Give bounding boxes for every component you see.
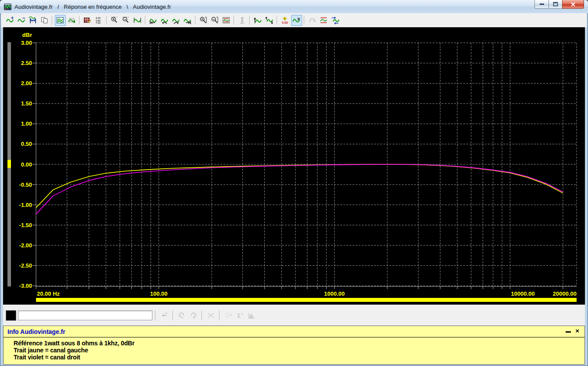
y-tick-label: -3.00 [19, 283, 32, 289]
y-tick-label: 2.50 [21, 60, 32, 66]
separator [79, 16, 80, 25]
zoom-out-y-icon[interactable]: − [209, 15, 220, 26]
separator [304, 16, 305, 25]
protect-icon[interactable] [237, 15, 248, 26]
y-axis-label: dBr [22, 32, 32, 38]
svg-text:−: − [124, 17, 126, 22]
copy-icon[interactable] [39, 15, 50, 26]
separator [145, 16, 146, 25]
x-tick-label: 20.00 Hz [37, 290, 60, 297]
separator [195, 16, 196, 25]
y-tick-label: -1.00 [19, 202, 32, 208]
traces-grid-icon[interactable] [66, 15, 77, 26]
y-tick-label: 0.50 [21, 141, 32, 147]
level-meter-marker [7, 160, 11, 168]
add-trace-icon[interactable]: + [5, 15, 16, 26]
svg-text:−: − [22, 16, 25, 21]
bottom-toolbar-icons: ××Σ× [159, 310, 257, 321]
window-title: Audiovintage.fr/Réponse en fréquence\Aud… [14, 3, 176, 11]
title-segment: Audiovintage.fr [133, 4, 171, 10]
info-line: Référence 1watt sous 8 ohms à 1khz, 0dBr [14, 340, 584, 347]
frequency-response-chart[interactable]: 3.002.502.001.501.000.500.00-0.50-1.00-1… [3, 27, 585, 304]
info-panel-body: Référence 1watt sous 8 ohms à 1khz, 0dBr… [4, 337, 584, 361]
bottom-toolbar: ××Σ× [3, 304, 585, 326]
histogram-icon[interactable] [246, 310, 257, 321]
y-tick-label: 2.00 [21, 80, 32, 87]
zoom-in-y-icon[interactable]: + [198, 15, 209, 26]
redo-icon[interactable] [307, 15, 318, 26]
pan-first-icon[interactable] [148, 15, 159, 26]
cursor-apply-icon[interactable] [159, 310, 170, 321]
y-tick-label: -2.50 [19, 262, 32, 269]
info-panel-title: Info Audiovintage.fr [4, 326, 584, 337]
info-minimize-icon[interactable] [566, 331, 571, 333]
fit-trace-icon[interactable] [221, 15, 232, 26]
y-tick-label: -1.50 [19, 222, 32, 228]
curve-left-channel [36, 164, 563, 208]
offset-zero-icon[interactable]: 0.00 [280, 15, 291, 26]
wave-updown-icon[interactable] [264, 15, 275, 26]
app-window: Audiovintage.fr/Réponse en fréquence\Aud… [0, 0, 588, 366]
svg-text:7.00: 7.00 [96, 22, 101, 24]
info-close-icon[interactable]: × [575, 328, 579, 333]
edit-table-icon[interactable] [82, 15, 93, 26]
svg-text:Σ: Σ [237, 312, 241, 319]
sweep-progress-bar [36, 298, 577, 302]
pan-last-icon[interactable] [182, 15, 193, 26]
separator [173, 311, 173, 320]
loop-left-icon[interactable]: × [177, 310, 188, 321]
close-button[interactable] [562, 0, 584, 9]
svg-text:×: × [181, 316, 184, 320]
main-toolbar: +−3.255.607.00+−+−0.00 [1, 13, 587, 28]
separator [249, 16, 250, 25]
comment-input[interactable] [18, 311, 152, 320]
loop-right-icon[interactable]: × [188, 310, 199, 321]
info-panel-controls: × [566, 328, 579, 333]
title-segment: \ [126, 4, 128, 10]
svg-text:−: − [213, 17, 215, 22]
color-swatch[interactable] [6, 310, 16, 321]
y-tick-label: -2.00 [19, 242, 32, 249]
svg-text:×: × [193, 316, 195, 320]
pan-right-icon[interactable] [171, 15, 182, 26]
svg-text:+: + [11, 16, 14, 21]
separator [202, 311, 202, 320]
svg-text:+: + [201, 17, 203, 22]
remove-trace-icon[interactable]: − [16, 15, 27, 26]
titlebar[interactable]: Audiovintage.fr/Réponse en fréquence\Aud… [0, 0, 588, 13]
sigma-icon[interactable]: Σ× [234, 310, 245, 321]
wave-up-icon[interactable] [253, 15, 263, 26]
info-line: Trait violet = canal droit [14, 354, 584, 361]
separator [155, 311, 156, 320]
maximize-button[interactable] [548, 0, 563, 9]
svg-text:+: + [112, 17, 115, 22]
y-tick-label: 3.00 [21, 40, 32, 46]
shift-trace-icon[interactable] [330, 15, 341, 26]
plot-panel[interactable]: 3.002.502.001.501.000.500.00-0.50-1.00-1… [3, 27, 585, 304]
separator [234, 16, 234, 25]
y-tick-label: 1.00 [21, 120, 32, 127]
separator [219, 311, 220, 320]
y-tick-label: 1.50 [21, 100, 32, 107]
minimize-button[interactable] [534, 0, 549, 9]
save-trace-icon[interactable] [28, 15, 39, 26]
zoom-in-x-icon[interactable]: + [109, 15, 120, 26]
x-tick-label: 20000.00 [553, 290, 577, 297]
title-segment: Audiovintage.fr [14, 4, 53, 10]
zoom-out-x-icon[interactable]: − [121, 15, 132, 26]
title-segment: Réponse en fréquence [64, 4, 122, 10]
values-icon[interactable]: 3.255.607.00 [94, 15, 105, 26]
separator [277, 16, 278, 25]
limits-icon[interactable] [318, 15, 329, 26]
separator [106, 16, 107, 25]
info-panel: Info Audiovintage.fr × Référence 1watt s… [3, 326, 585, 365]
info-line: Trait jaune = canal gauche [14, 347, 584, 354]
curve-right-channel [36, 164, 563, 214]
cursor-icon[interactable] [291, 15, 302, 26]
show-traces-icon[interactable] [55, 15, 66, 26]
trace-range-icon[interactable] [132, 15, 143, 26]
list-minus-icon[interactable] [223, 310, 234, 321]
svg-text:×: × [242, 312, 244, 316]
pan-left-icon[interactable] [159, 15, 170, 26]
delete-x-icon[interactable] [206, 310, 216, 321]
